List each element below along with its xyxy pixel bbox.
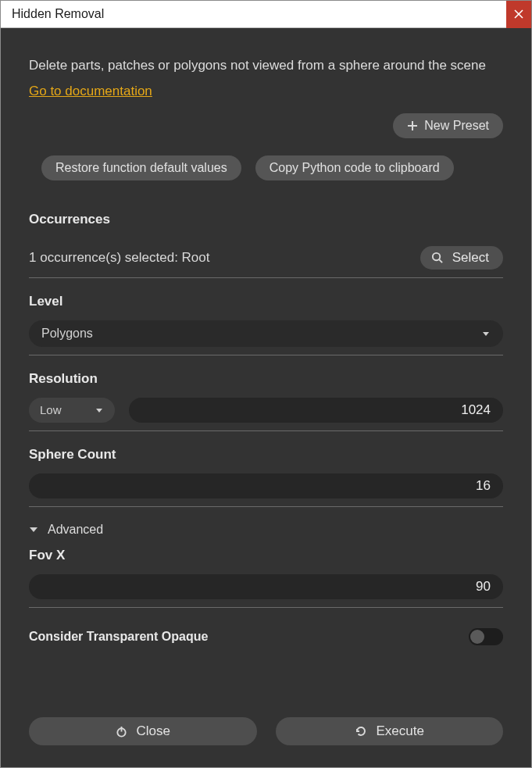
sphere-count-input[interactable]: 16 (29, 473, 503, 498)
svg-marker-7 (96, 409, 102, 413)
restore-defaults-label: Restore function default values (55, 161, 227, 175)
select-occurrences-button[interactable]: Select (420, 246, 503, 270)
divider (29, 506, 503, 507)
divider (29, 277, 503, 278)
divider (29, 430, 503, 431)
svg-marker-8 (30, 527, 37, 532)
copy-python-label: Copy Python code to clipboard (270, 161, 440, 175)
chevron-down-icon (95, 405, 104, 415)
svg-line-5 (439, 259, 442, 263)
sphere-count-label: Sphere Count (29, 447, 503, 463)
execute-button[interactable]: Execute (276, 717, 504, 745)
consider-transparent-opaque-label: Consider Transparent Opaque (29, 630, 208, 644)
close-label: Close (137, 723, 170, 739)
description-text: Delete parts, patches or polygons not vi… (29, 56, 503, 76)
select-button-label: Select (452, 250, 489, 266)
copy-python-button[interactable]: Copy Python code to clipboard (255, 155, 454, 180)
divider (29, 355, 503, 355)
chevron-down-icon (481, 329, 491, 338)
resolution-value: 1024 (461, 402, 491, 418)
resolution-preset-value: Low (40, 403, 62, 416)
plus-icon (407, 120, 418, 131)
svg-marker-6 (483, 332, 489, 336)
occurrences-label: Occurrences (29, 212, 503, 227)
level-dropdown[interactable]: Polygons (29, 320, 503, 347)
consider-transparent-opaque-toggle[interactable] (469, 628, 503, 645)
dialog-window: Hidden Removal Delete parts, patches or … (0, 0, 532, 768)
fovx-value: 90 (476, 579, 491, 595)
level-value: Polygons (41, 327, 93, 341)
refresh-icon (355, 725, 367, 738)
close-button[interactable]: Close (29, 717, 257, 745)
window-title: Hidden Removal (1, 7, 104, 21)
new-preset-label: New Preset (424, 119, 489, 133)
occurrences-status: 1 occurrence(s) selected: Root (29, 250, 210, 266)
search-icon (431, 252, 443, 263)
resolution-input[interactable]: 1024 (129, 398, 503, 423)
divider (29, 607, 503, 608)
execute-label: Execute (377, 723, 424, 739)
toggle-knob (470, 630, 484, 644)
documentation-link[interactable]: Go to documentation (29, 84, 503, 99)
advanced-toggle[interactable]: Advanced (29, 523, 503, 537)
power-icon (116, 726, 127, 738)
title-bar: Hidden Removal (1, 1, 531, 28)
chevron-down-icon (29, 525, 38, 534)
close-icon (514, 9, 523, 19)
fovx-label: Fov X (29, 548, 503, 563)
svg-rect-3 (408, 125, 417, 127)
new-preset-button[interactable]: New Preset (393, 113, 503, 138)
window-close-button[interactable] (506, 1, 531, 28)
advanced-label: Advanced (48, 523, 103, 537)
resolution-preset-dropdown[interactable]: Low (29, 398, 115, 423)
resolution-label: Resolution (29, 371, 503, 387)
fovx-input[interactable]: 90 (29, 574, 503, 599)
svg-point-4 (433, 253, 440, 260)
dialog-body: Delete parts, patches or polygons not vi… (1, 28, 531, 767)
sphere-count-value: 16 (476, 478, 491, 494)
restore-defaults-button[interactable]: Restore function default values (41, 155, 241, 180)
level-label: Level (29, 294, 503, 309)
